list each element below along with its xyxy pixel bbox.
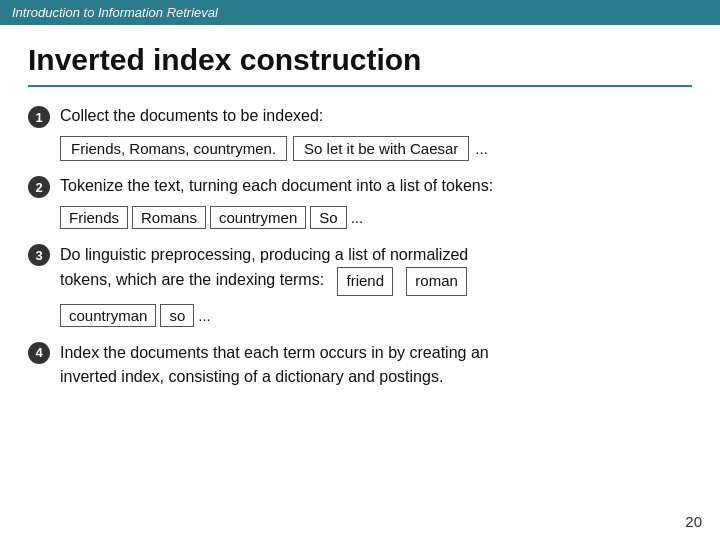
token-so-norm: so <box>160 304 194 327</box>
section-3-num: 3 <box>28 244 50 266</box>
section-4-body: Index the documents that each term occur… <box>60 341 489 389</box>
section-2: 2 Tokenize the text, turning each docume… <box>28 175 692 229</box>
section-3-body: Do linguistic preprocessing, producing a… <box>60 243 468 296</box>
ellipsis-2: ... <box>351 209 364 226</box>
section-3-header: 3 Do linguistic preprocessing, producing… <box>28 243 692 296</box>
section-2-tokens: Friends Romans countrymen So ... <box>60 206 692 229</box>
section-1-text: Collect the documents to be indexed: <box>60 105 323 127</box>
top-bar-label: Introduction to Information Retrieval <box>12 5 218 20</box>
section-4-num: 4 <box>28 342 50 364</box>
section-1-docs: Friends, Romans, countrymen. So let it b… <box>60 136 692 161</box>
doc1-box: Friends, Romans, countrymen. <box>60 136 287 161</box>
section-2-header: 2 Tokenize the text, turning each docume… <box>28 175 692 198</box>
main-content: Inverted index construction 1 Collect th… <box>0 25 720 413</box>
ellipsis-1: ... <box>475 140 488 157</box>
token-friend: friend <box>337 267 393 296</box>
token-romans: Romans <box>132 206 206 229</box>
token-countrymen: countrymen <box>210 206 306 229</box>
section-1-num: 1 <box>28 106 50 128</box>
token-roman: roman <box>406 267 467 296</box>
ellipsis-3: ... <box>198 307 211 324</box>
section-3-text2: tokens, which are the indexing terms: <box>60 271 324 288</box>
token-countryman: countryman <box>60 304 156 327</box>
top-bar: Introduction to Information Retrieval <box>0 0 720 25</box>
section-4-header: 4 Index the documents that each term occ… <box>28 341 692 389</box>
section-4-text1: Index the documents that each term occur… <box>60 344 489 361</box>
token-friends: Friends <box>60 206 128 229</box>
section-1-header: 1 Collect the documents to be indexed: <box>28 105 692 128</box>
section-4: 4 Index the documents that each term occ… <box>28 341 692 389</box>
section-3-row2: countryman so ... <box>60 304 692 327</box>
doc2-box: So let it be with Caesar <box>293 136 469 161</box>
section-4-text2: inverted index, consisting of a dictiona… <box>60 368 443 385</box>
section-3-text1: Do linguistic preprocessing, producing a… <box>60 246 468 263</box>
title-divider <box>28 85 692 87</box>
section-2-text: Tokenize the text, turning each document… <box>60 175 493 197</box>
token-so: So <box>310 206 346 229</box>
section-1: 1 Collect the documents to be indexed: F… <box>28 105 692 161</box>
section-2-num: 2 <box>28 176 50 198</box>
page-number: 20 <box>685 513 702 530</box>
section-3: 3 Do linguistic preprocessing, producing… <box>28 243 692 327</box>
page-title: Inverted index construction <box>28 43 692 77</box>
